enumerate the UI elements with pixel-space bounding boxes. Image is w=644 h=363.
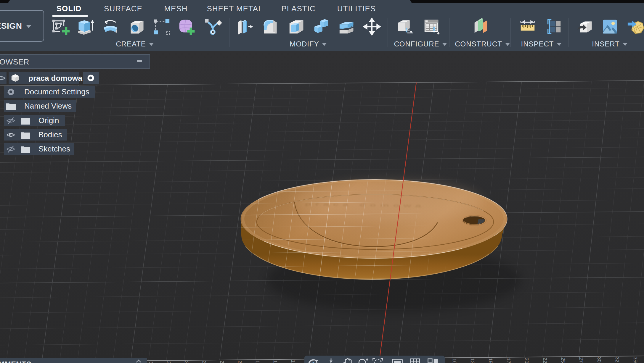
section-label-text: MODIFY — [290, 40, 319, 48]
document-eye-chip[interactable] — [0, 72, 7, 84]
configuration-table-button[interactable] — [422, 17, 441, 36]
revolve-button[interactable] — [101, 17, 120, 36]
grid-label: 275 — [184, 361, 189, 363]
look-at-icon[interactable] — [325, 357, 338, 363]
grid-label: 225 — [219, 361, 225, 363]
insert-mesh-button[interactable] — [627, 17, 644, 36]
tree-item-label: Sketches — [38, 144, 70, 154]
tree-item-label: Bodies — [38, 130, 62, 139]
tree-item-origin[interactable]: Origin — [4, 115, 65, 126]
comments-label: COMMENTS — [0, 360, 31, 363]
tab-utilities[interactable]: UTILITIES — [337, 4, 376, 13]
grid-label: 125 — [290, 360, 296, 363]
create-form-button[interactable] — [177, 17, 195, 36]
chevron-down-icon — [149, 43, 154, 46]
shell-icon — [287, 17, 306, 36]
minus-icon[interactable] — [137, 60, 142, 62]
section-label-text: INSPECT — [521, 40, 554, 48]
orbit-icon[interactable] — [307, 357, 320, 363]
pan-icon[interactable] — [342, 357, 355, 363]
press-pull-button[interactable] — [236, 17, 254, 36]
grid-label: 100 — [452, 358, 457, 363]
grid-label: 200 — [237, 360, 242, 363]
section-analysis-icon — [545, 17, 563, 36]
fusion360-window: 3503253002752502252001751501251001001251… — [0, 0, 644, 363]
grid-label: 200 — [524, 358, 529, 363]
design-menu-button[interactable]: DESIGN — [0, 10, 44, 42]
insert-derive-button[interactable] — [576, 17, 594, 36]
browser-panel-header[interactable]: BROWSER — [0, 54, 150, 69]
folder-icon — [20, 145, 30, 153]
grid-label: 275 — [578, 357, 584, 363]
viewport-3d[interactable]: 3503253002752502252001751501251001001251… — [0, 51, 644, 363]
eye-icon — [6, 131, 16, 139]
create-form-icon — [177, 17, 195, 36]
combine-button[interactable] — [312, 17, 330, 36]
chevron-down-icon — [505, 43, 510, 46]
grid-label: 225 — [542, 357, 547, 363]
tab-plastic[interactable]: PLASTIC — [281, 4, 315, 13]
grid-label: 150 — [488, 358, 493, 363]
tab-sheet-metal[interactable]: SHEET METAL — [207, 4, 263, 13]
folder-icon — [6, 102, 16, 110]
grid-label: 350 — [632, 356, 638, 363]
tree-item-document-settings[interactable]: Document Settings — [4, 86, 95, 98]
extrude-button[interactable] — [76, 17, 94, 36]
grid-display-icon[interactable] — [409, 357, 422, 363]
section-analysis-button[interactable] — [545, 17, 563, 36]
active-tab-indicator — [52, 15, 88, 17]
create-sketch-icon — [51, 17, 70, 36]
fillet-button[interactable] — [261, 17, 280, 36]
viewports-icon[interactable] — [426, 357, 439, 363]
tree-item-sketches[interactable]: Sketches — [4, 143, 74, 155]
grid-label: 175 — [506, 358, 511, 363]
hole-button[interactable] — [128, 17, 146, 36]
comments-panel-bar[interactable]: COMMENTS — [0, 358, 147, 363]
ribbon-tabstrip: SOLID SURFACE MESH SHEET METAL PLASTIC U… — [8, 0, 412, 14]
document-name: praca domowa — [28, 74, 82, 83]
tree-item-named-views[interactable]: Named Views — [4, 100, 76, 112]
component-activate-radio[interactable] — [83, 72, 99, 84]
insert-derive-icon — [576, 17, 594, 36]
move-copy-button[interactable] — [363, 17, 381, 36]
section-modify[interactable]: MODIFY — [290, 40, 327, 48]
tree-item-bodies[interactable]: Bodies — [4, 129, 67, 141]
radio-active-icon — [87, 74, 94, 82]
hole-icon — [128, 17, 146, 36]
section-configure[interactable]: CONFIGURE — [394, 40, 447, 48]
create-sketch-button[interactable] — [51, 17, 70, 36]
derive-button[interactable] — [203, 17, 222, 36]
section-create[interactable]: CREATE — [116, 40, 154, 48]
grid-label: 250 — [201, 361, 207, 363]
section-insert[interactable]: INSERT — [592, 40, 627, 48]
tab-surface[interactable]: SURFACE — [104, 4, 142, 13]
browser-panel-title: BROWSER — [0, 57, 29, 67]
fit-icon[interactable] — [371, 357, 384, 363]
rectangular-pattern-button[interactable] — [152, 17, 171, 36]
chevron-down-icon — [26, 25, 31, 28]
section-separator — [449, 18, 449, 47]
measure-button[interactable] — [518, 17, 537, 36]
shell-button[interactable] — [287, 17, 306, 36]
chevron-down-icon — [322, 43, 327, 46]
section-inspect[interactable]: INSPECT — [521, 40, 561, 48]
display-settings-icon[interactable] — [391, 357, 404, 363]
configure-icon — [396, 17, 414, 36]
chevron-down-icon — [442, 43, 447, 46]
component-cube-icon — [11, 73, 20, 83]
canvas-button[interactable] — [601, 17, 619, 36]
grid-label: 175 — [255, 360, 260, 363]
zoom-icon[interactable] — [356, 357, 370, 363]
document-row[interactable]: praca domowa — [9, 72, 79, 84]
tab-mesh[interactable]: MESH — [164, 4, 187, 13]
folder-icon — [20, 131, 30, 139]
tab-solid[interactable]: SOLID — [57, 4, 81, 13]
section-construct[interactable]: CONSTRUCT — [455, 40, 510, 48]
split-body-button[interactable] — [337, 17, 356, 36]
grid-label: 325 — [614, 357, 620, 363]
eye-slash-icon — [6, 145, 16, 154]
construction-plane-button[interactable] — [472, 17, 490, 36]
extrude-icon — [76, 17, 94, 36]
section-separator — [568, 18, 568, 47]
configure-button[interactable] — [396, 17, 414, 36]
